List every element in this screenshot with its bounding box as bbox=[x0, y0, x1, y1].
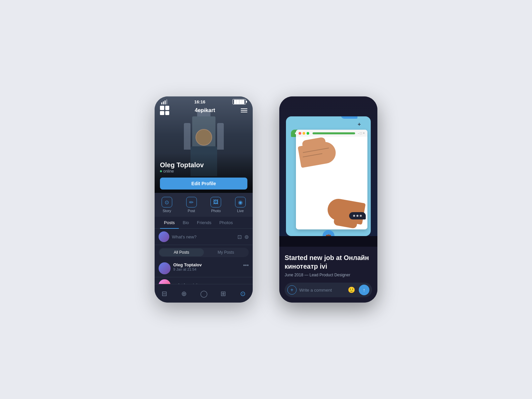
signal-bar-4 bbox=[166, 99, 167, 104]
profile-content: ⊙ Story ✏ Post 🖼 Photo ◉ Live Posts Bio bbox=[155, 193, 253, 284]
story-icon: ⊙ bbox=[162, 197, 172, 207]
all-posts-toggle[interactable]: All Posts bbox=[159, 248, 204, 256]
chat-bubble-dark bbox=[349, 212, 366, 219]
story-illustration: + + - □ × bbox=[286, 116, 371, 236]
live-action[interactable]: ◉ Live bbox=[235, 197, 246, 213]
story-action[interactable]: ⊙ Story bbox=[162, 197, 172, 213]
phone2-device: + + - □ × bbox=[279, 96, 377, 303]
signal-bar-1 bbox=[161, 102, 162, 104]
profile-info: Oleg Toptalov online bbox=[160, 161, 204, 174]
live-icon: ◉ bbox=[235, 197, 246, 207]
photo-label: Photo bbox=[211, 209, 221, 213]
qr-code-icon[interactable] bbox=[160, 106, 169, 115]
post-action[interactable]: ✏ Post bbox=[186, 197, 197, 213]
my-posts-toggle[interactable]: My Posts bbox=[204, 248, 248, 256]
story-image-area: + + - □ × bbox=[279, 96, 377, 236]
story-subtitle: June 2018 — Lead Product Designer bbox=[285, 273, 372, 277]
signal-indicator bbox=[161, 99, 167, 104]
signal-bar-3 bbox=[165, 100, 166, 104]
profile-status: online bbox=[160, 169, 204, 174]
nav-explore-icon[interactable]: ⊕ bbox=[180, 289, 189, 298]
post-metadata: Oleg Toptalov 9 Jan at 21:54 bbox=[173, 262, 240, 274]
browser-expand-dot bbox=[307, 132, 309, 135]
send-comment-button[interactable]: ↑ bbox=[359, 285, 369, 295]
bottom-navigation: ⊟ ⊕ ◯ ⊞ ⊙ bbox=[155, 284, 253, 303]
quick-actions-bar: ⊙ Story ✏ Post 🖼 Photo ◉ Live bbox=[155, 193, 253, 217]
live-label: Live bbox=[237, 209, 244, 213]
nav-home-icon[interactable]: ⊟ bbox=[160, 289, 169, 298]
story-content-area: Started new job at Онлайн кинотеатр ivi … bbox=[279, 247, 377, 303]
story-label: Story bbox=[163, 209, 171, 213]
chat-bubble-floating bbox=[341, 116, 357, 119]
profile-name: Oleg Toptalov bbox=[160, 161, 204, 169]
status-bar: 16:16 ████ bbox=[155, 96, 253, 106]
nav-profile-icon[interactable]: ⊙ bbox=[238, 289, 248, 298]
tab-photos[interactable]: Photos bbox=[215, 217, 237, 228]
posts-filter-toggle: All Posts My Posts bbox=[159, 248, 249, 257]
post-author-avatar bbox=[159, 262, 171, 274]
app-title: 4epikart bbox=[195, 107, 215, 113]
camera-icon[interactable]: ⊚ bbox=[244, 234, 249, 240]
browser-url-bar bbox=[313, 132, 355, 134]
browser-actions: - □ × bbox=[358, 131, 365, 135]
tab-friends[interactable]: Friends bbox=[193, 217, 215, 228]
status-time: 16:16 bbox=[194, 99, 205, 104]
battery-indicator: ████ bbox=[232, 99, 246, 104]
plus-icon-1: + bbox=[358, 121, 361, 127]
add-comment-button[interactable]: + bbox=[287, 285, 297, 295]
post-timestamp: 9 Jan at 21:54 bbox=[173, 267, 240, 271]
nav-friends-icon[interactable]: ⊞ bbox=[219, 289, 228, 298]
app-header: 4epikart bbox=[155, 106, 253, 115]
browser-minimize-dot bbox=[303, 132, 305, 135]
post-icon: ✏ bbox=[186, 197, 197, 207]
online-indicator bbox=[160, 170, 162, 172]
shared-post-item: ↩ Art for adults bbox=[155, 277, 253, 284]
tab-posts[interactable]: Posts bbox=[160, 217, 179, 228]
fingers-1 bbox=[302, 137, 326, 149]
image-attach-icon[interactable]: ⊡ bbox=[237, 234, 242, 240]
nav-messages-icon[interactable]: ◯ bbox=[199, 289, 208, 298]
photo-icon: 🖼 bbox=[210, 197, 221, 207]
user-avatar-small bbox=[159, 231, 169, 242]
browser-close-dot bbox=[299, 132, 301, 135]
edit-profile-button[interactable]: Edit Profile bbox=[160, 178, 247, 190]
post-author-name: Oleg Toptalov bbox=[173, 262, 240, 267]
job-badge-icon: 💼 bbox=[323, 230, 334, 236]
post-list-item: Oleg Toptalov 9 Jan at 21:54 ••• bbox=[155, 260, 253, 277]
comment-input-bar: + Write a comment 🙂 ↑ bbox=[285, 283, 372, 297]
post-label: Post bbox=[188, 209, 195, 213]
phone1-device: Oleg Toptalov online Edit Profile 16:16 … bbox=[155, 96, 253, 303]
post-more-options[interactable]: ••• bbox=[243, 262, 249, 274]
hand-shape-2 bbox=[326, 197, 366, 225]
post-input-field[interactable]: What's new? bbox=[172, 234, 235, 239]
story-title: Started new job at Онлайн кинотеатр ivi bbox=[285, 253, 372, 271]
tab-bio[interactable]: Bio bbox=[179, 217, 193, 228]
browser-toolbar: - □ × bbox=[296, 130, 367, 137]
shared-post-avatar bbox=[159, 279, 171, 284]
signal-bar-2 bbox=[163, 101, 164, 104]
comment-text-input[interactable]: Write a comment bbox=[299, 288, 344, 293]
emoji-picker-button[interactable]: 🙂 bbox=[347, 285, 356, 295]
hamburger-menu-icon[interactable] bbox=[241, 108, 247, 112]
post-input-area: What's new? ⊡ ⊚ bbox=[155, 229, 253, 245]
profile-tabs: Posts Bio Friends Photos bbox=[155, 217, 253, 229]
photo-action[interactable]: 🖼 Photo bbox=[210, 197, 221, 213]
